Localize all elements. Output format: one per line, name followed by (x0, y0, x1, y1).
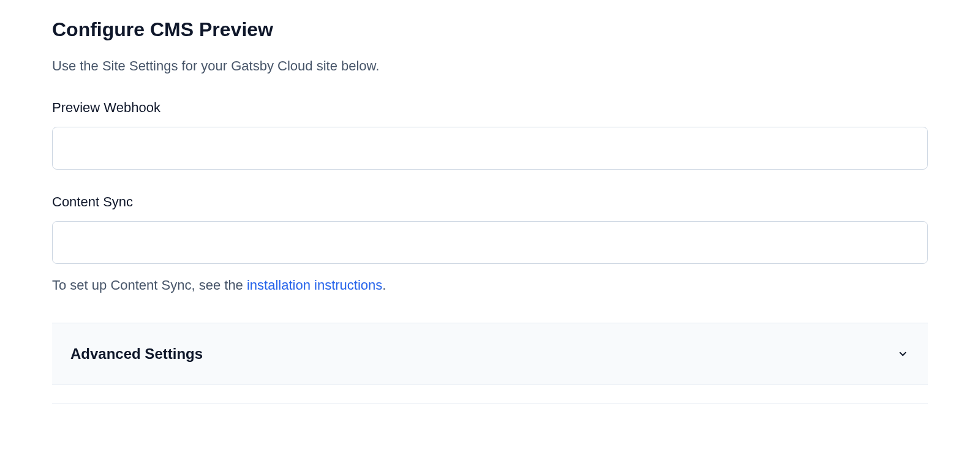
content-sync-input[interactable] (52, 221, 928, 264)
advanced-settings-accordion[interactable]: Advanced Settings (52, 323, 928, 385)
preview-webhook-input[interactable] (52, 127, 928, 170)
content-sync-helper: To set up Content Sync, see the installa… (52, 277, 928, 293)
preview-webhook-label: Preview Webhook (52, 100, 928, 116)
helper-prefix: To set up Content Sync, see the (52, 277, 247, 293)
page-subtitle: Use the Site Settings for your Gatsby Cl… (52, 58, 928, 74)
content-sync-label: Content Sync (52, 194, 928, 210)
bottom-divider (52, 404, 928, 404)
preview-webhook-field-group: Preview Webhook (52, 100, 928, 170)
installation-instructions-link[interactable]: installation instructions (247, 277, 382, 293)
advanced-settings-label: Advanced Settings (70, 345, 203, 363)
chevron-down-icon (896, 347, 910, 361)
page-title: Configure CMS Preview (52, 18, 928, 41)
helper-suffix: . (382, 277, 386, 293)
content-sync-field-group: Content Sync To set up Content Sync, see… (52, 194, 928, 293)
